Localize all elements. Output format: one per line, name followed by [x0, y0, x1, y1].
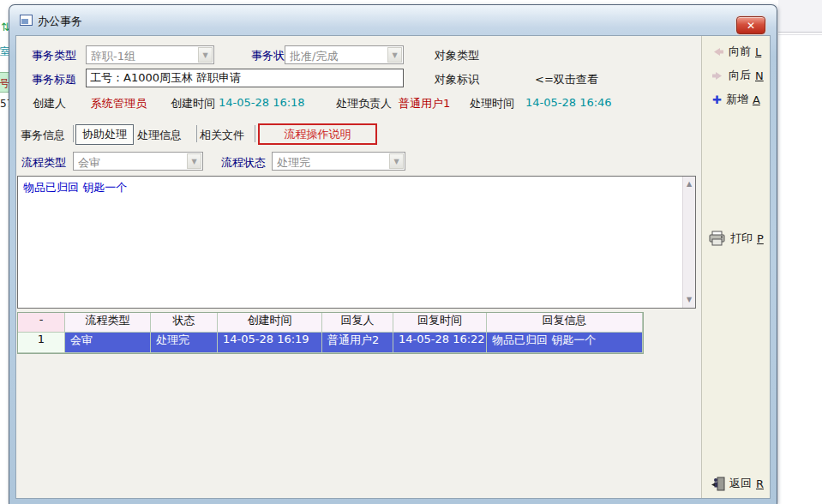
background-fragment: 号 — [0, 72, 9, 93]
process-status-select[interactable]: 处理完 ▼ — [272, 152, 405, 171]
screen: ⇅ 室写 号 57 办公事务 ✕ 事务类型 辞职-1组 ▼ 事务状态 批准/完成… — [0, 0, 822, 504]
table-cell: 会审 — [65, 333, 151, 353]
table-cell: 物品已归回 钥匙一个 — [487, 333, 643, 353]
object-id-label: 对象标识 — [435, 72, 479, 87]
transaction-status-value: 批准/完成 — [290, 49, 386, 64]
column-header: 回复信息 — [487, 313, 643, 333]
table-row[interactable]: 1 会审 处理完 14-05-28 16:19 普通用户2 14-05-28 1… — [18, 333, 643, 353]
column-header: 流程类型 — [65, 313, 151, 333]
handler-value: 普通用户1 — [399, 96, 450, 111]
close-icon: ✕ — [747, 20, 755, 32]
column-header: 回复人 — [322, 313, 393, 333]
chevron-down-icon[interactable]: ▼ — [187, 153, 201, 169]
process-records-table: - 流程类型 状态 创建时间 回复人 回复时间 回复信息 1 会审 处理完 14… — [17, 312, 644, 354]
chevron-down-icon[interactable]: ▼ — [198, 47, 213, 63]
row-index-cell: 1 — [18, 333, 65, 353]
background-fragment: 室写 — [0, 45, 9, 59]
add-new-button[interactable]: ✚ 新增A — [712, 92, 760, 107]
close-button[interactable]: ✕ — [736, 16, 765, 34]
backward-button[interactable]: 向后N — [711, 68, 764, 83]
table-cell: 普通用户2 — [322, 333, 393, 353]
transaction-title-input[interactable] — [86, 69, 404, 87]
tab-handling-info[interactable]: 处理信息 — [137, 128, 182, 143]
transaction-type-value: 辞职-1组 — [91, 49, 196, 64]
tab-related-files[interactable]: 相关文件 — [200, 128, 244, 143]
printer-icon — [708, 231, 726, 246]
creator-value: 系统管理员 — [91, 96, 147, 111]
print-button[interactable]: 打印P — [708, 231, 764, 246]
print-label: 打印 — [730, 231, 753, 246]
table-cell: 处理完 — [151, 333, 218, 353]
column-header: 状态 — [151, 313, 218, 333]
handle-time-value: 14-05-28 16:46 — [525, 96, 612, 109]
forward-key: L — [755, 45, 761, 58]
background-divider — [778, 34, 822, 35]
tab-separator — [255, 125, 255, 142]
process-content-text: 物品已归回 钥匙一个 — [23, 180, 127, 195]
tab-assist-handling-label: 协助处理 — [82, 127, 127, 142]
transaction-type-select[interactable]: 辞职-1组 ▼ — [86, 45, 214, 64]
process-type-label: 流程类型 — [21, 155, 66, 171]
chevron-down-icon[interactable]: ▼ — [387, 47, 402, 63]
tab-separator — [73, 125, 74, 142]
process-content-textarea[interactable]: 物品已归回 钥匙一个 ▲ ▼ — [17, 176, 696, 309]
forward-button[interactable]: 向前L — [711, 44, 761, 59]
background-window-band — [778, 0, 822, 32]
window-title: 办公事务 — [38, 14, 82, 29]
arrow-right-icon — [711, 71, 724, 81]
process-type-select[interactable]: 会审 ▼ — [73, 152, 203, 171]
process-instructions-label: 流程操作说明 — [285, 127, 351, 142]
create-time-label: 创建时间 — [171, 96, 215, 111]
table-cell: 14-05-28 16:19 — [218, 333, 322, 353]
forward-label: 向前 — [729, 44, 751, 59]
return-key: R — [756, 477, 764, 490]
backward-key: N — [755, 69, 764, 82]
object-id-hint: <=双击查看 — [535, 72, 598, 87]
object-type-label: 对象类型 — [435, 48, 479, 63]
return-label: 返回 — [729, 476, 752, 491]
vertical-scrollbar[interactable]: ▲ ▼ — [682, 177, 695, 308]
return-button[interactable]: 返回R — [711, 476, 764, 491]
add-new-label: 新增 — [726, 92, 748, 107]
transaction-type-label: 事务类型 — [32, 48, 76, 63]
chevron-down-icon[interactable]: ▼ — [389, 153, 404, 169]
exit-door-icon — [711, 477, 725, 491]
tab-transaction-info[interactable]: 事务信息 — [21, 128, 65, 143]
print-key: P — [757, 232, 764, 245]
window-icon — [20, 15, 33, 26]
creator-label: 创建人 — [33, 96, 66, 111]
process-status-value: 处理完 — [277, 155, 387, 171]
table-header-row: - 流程类型 状态 创建时间 回复人 回复时间 回复信息 — [18, 313, 643, 333]
scroll-up-icon[interactable]: ▲ — [683, 178, 695, 190]
scroll-down-icon[interactable]: ▼ — [683, 294, 695, 306]
background-divider — [778, 32, 822, 33]
column-header: - — [18, 313, 65, 333]
create-time-value: 14-05-28 16:18 — [219, 96, 305, 109]
transaction-status-select[interactable]: 批准/完成 ▼ — [285, 45, 404, 64]
handle-time-label: 处理时间 — [470, 96, 514, 111]
handler-label: 处理负责人 — [336, 96, 392, 111]
tab-assist-handling[interactable]: 协助处理 — [75, 124, 134, 145]
column-header: 创建时间 — [218, 313, 322, 333]
table-cell: 14-05-28 16:22 — [393, 333, 487, 353]
add-new-key: A — [753, 93, 760, 106]
tab-separator — [196, 125, 197, 142]
backward-label: 向后 — [729, 68, 751, 83]
process-type-value: 会审 — [78, 155, 185, 171]
process-instructions-button[interactable]: 流程操作说明 — [258, 123, 377, 145]
background-fragment-text: 号 — [0, 76, 9, 91]
column-header: 回复时间 — [393, 313, 487, 333]
transaction-title-label: 事务标题 — [32, 72, 76, 87]
plus-icon: ✚ — [712, 93, 722, 106]
arrow-left-icon — [711, 47, 724, 57]
process-status-label: 流程状态 — [221, 155, 266, 171]
